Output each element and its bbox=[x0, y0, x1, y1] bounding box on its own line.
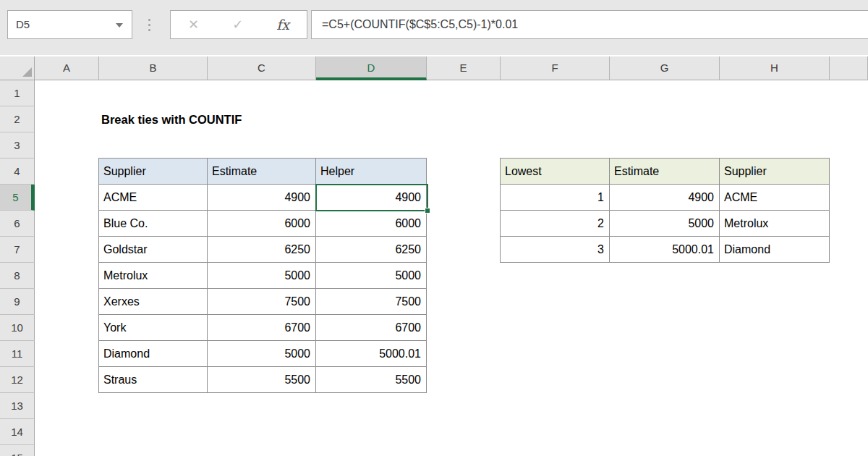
cell-D7[interactable]: 6250 bbox=[316, 237, 427, 263]
cell-B12[interactable]: Straus bbox=[99, 367, 208, 393]
cell-D11[interactable]: 5000.01 bbox=[316, 341, 427, 367]
cell-B6[interactable]: Blue Co. bbox=[99, 211, 208, 237]
cell-B9[interactable]: Xerxes bbox=[99, 289, 208, 315]
cell-B2-title[interactable]: Break ties with COUNTIF bbox=[101, 106, 242, 132]
name-box[interactable]: D5 bbox=[7, 10, 132, 39]
cell-B8[interactable]: Metrolux bbox=[99, 263, 208, 289]
column-header-B[interactable]: B bbox=[99, 56, 208, 80]
column-header-D[interactable]: D bbox=[316, 56, 427, 80]
row-header-8[interactable]: 8 bbox=[0, 263, 35, 289]
supplier-estimate-table: Supplier Estimate Helper ACME 4900 4900 … bbox=[98, 158, 427, 393]
cell-D4[interactable]: Helper bbox=[316, 159, 427, 185]
cell-B11[interactable]: Diamond bbox=[99, 341, 208, 367]
name-box-dropdown-icon[interactable] bbox=[116, 23, 123, 28]
select-all-triangle-icon bbox=[22, 67, 32, 77]
cell-C12[interactable]: 5500 bbox=[208, 367, 316, 393]
cell-D12[interactable]: 5500 bbox=[316, 367, 427, 393]
column-header-F[interactable]: F bbox=[501, 56, 610, 80]
column-header-A[interactable]: A bbox=[35, 56, 99, 80]
cancel-icon[interactable]: ✕ bbox=[188, 17, 199, 33]
cell-D9[interactable]: 7500 bbox=[316, 289, 427, 315]
column-header-partial[interactable] bbox=[830, 56, 868, 80]
row-header-5[interactable]: 5 bbox=[0, 185, 35, 211]
cell-D8[interactable]: 5000 bbox=[316, 263, 427, 289]
cell-H5[interactable]: ACME bbox=[720, 185, 830, 211]
cell-D6[interactable]: 6000 bbox=[316, 211, 427, 237]
cell-C9[interactable]: 7500 bbox=[208, 289, 316, 315]
cell-G7[interactable]: 5000.01 bbox=[610, 237, 720, 263]
cell-F6[interactable]: 2 bbox=[501, 211, 610, 237]
row-header-7[interactable]: 7 bbox=[0, 237, 35, 263]
cell-B10[interactable]: York bbox=[99, 315, 208, 341]
row-header-10[interactable]: 10 bbox=[0, 315, 35, 341]
cell-B4[interactable]: Supplier bbox=[99, 159, 208, 185]
formula-bar[interactable]: =C5+(COUNTIF($C$5:C5,C5)-1)*0.01 bbox=[311, 10, 868, 39]
enter-icon[interactable]: ✓ bbox=[232, 17, 243, 33]
row-header-14[interactable]: 14 bbox=[0, 419, 35, 445]
cell-C4[interactable]: Estimate bbox=[208, 159, 316, 185]
cell-C5[interactable]: 4900 bbox=[208, 185, 316, 211]
row-header-6[interactable]: 6 bbox=[0, 211, 35, 237]
cell-C6[interactable]: 6000 bbox=[208, 211, 316, 237]
row-header-1[interactable]: 1 bbox=[0, 80, 35, 106]
cell-B5[interactable]: ACME bbox=[99, 185, 208, 211]
cell-C8[interactable]: 5000 bbox=[208, 263, 316, 289]
cell-G6[interactable]: 5000 bbox=[610, 211, 720, 237]
cell-G5[interactable]: 4900 bbox=[610, 185, 720, 211]
cell-F7[interactable]: 3 bbox=[501, 237, 610, 263]
cell-F4[interactable]: Lowest bbox=[501, 159, 610, 185]
fill-handle[interactable] bbox=[425, 208, 430, 214]
cell-G4[interactable]: Estimate bbox=[610, 159, 720, 185]
column-header-G[interactable]: G bbox=[610, 56, 720, 80]
select-all-corner[interactable] bbox=[0, 56, 35, 80]
formula-buttons: ✕ ✓ fx bbox=[170, 10, 307, 39]
column-header-H[interactable]: H bbox=[720, 56, 830, 80]
cell-D10[interactable]: 6700 bbox=[316, 315, 427, 341]
cell-C7[interactable]: 6250 bbox=[208, 237, 316, 263]
cell-H7[interactable]: Diamond bbox=[720, 237, 830, 263]
row-header-12[interactable]: 12 bbox=[0, 367, 35, 393]
row-header-3[interactable]: 3 bbox=[0, 132, 35, 159]
cell-H6[interactable]: Metrolux bbox=[720, 211, 830, 237]
cell-D5[interactable]: 4900 bbox=[316, 185, 427, 211]
formula-bar-content: =C5+(COUNTIF($C$5:C5,C5)-1)*0.01 bbox=[322, 11, 518, 38]
row-header-9[interactable]: 9 bbox=[0, 289, 35, 315]
insert-function-icon[interactable]: fx bbox=[276, 17, 289, 33]
formula-toolbar: D5 ✕ ✓ fx =C5+(COUNTIF($C$5:C5,C5)-1)*0.… bbox=[0, 0, 868, 55]
toolbar-drag-dots-icon[interactable] bbox=[148, 19, 150, 31]
cell-C11[interactable]: 5000 bbox=[208, 341, 316, 367]
cell-C10[interactable]: 6700 bbox=[208, 315, 316, 341]
lowest-rank-table: Lowest Estimate Supplier 1 4900 ACME 2 5… bbox=[500, 158, 830, 263]
column-header-E[interactable]: E bbox=[427, 56, 501, 80]
cell-B7[interactable]: Goldstar bbox=[99, 237, 208, 263]
cell-H4[interactable]: Supplier bbox=[720, 159, 830, 185]
name-box-value: D5 bbox=[16, 11, 30, 38]
row-header-13[interactable]: 13 bbox=[0, 393, 35, 419]
row-header-15[interactable]: 15 bbox=[0, 445, 35, 456]
row-header-11[interactable]: 11 bbox=[0, 341, 35, 367]
row-header-2[interactable]: 2 bbox=[0, 106, 35, 132]
column-header-C[interactable]: C bbox=[208, 56, 316, 80]
cell-F5[interactable]: 1 bbox=[501, 185, 610, 211]
row-header-4[interactable]: 4 bbox=[0, 159, 35, 185]
